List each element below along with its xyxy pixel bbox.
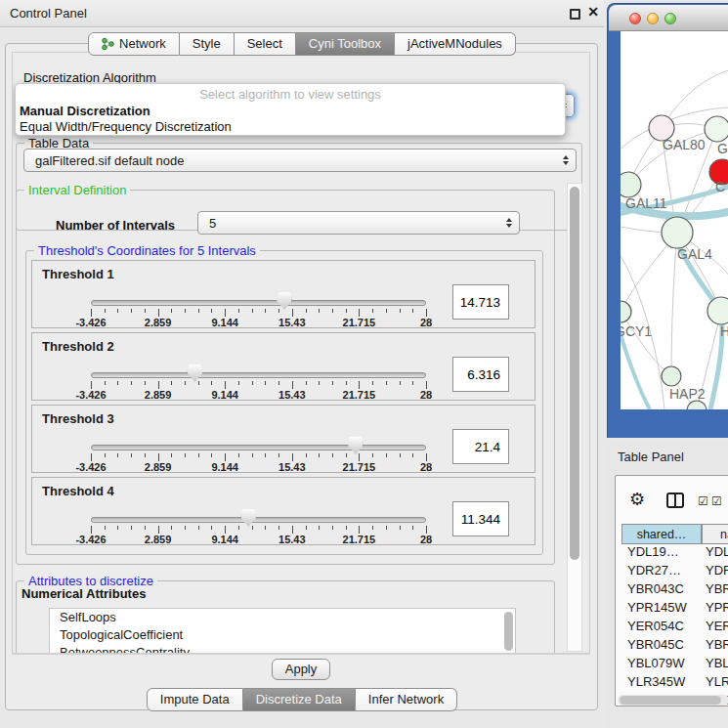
attribute-item-betweennesscentrality[interactable]: BetweennessCentrality <box>50 644 515 654</box>
tab-select[interactable]: Select <box>235 32 296 56</box>
table-cell[interactable]: YPR1 <box>702 600 728 619</box>
network-node-hap2[interactable] <box>662 366 681 386</box>
float-window-icon[interactable] <box>570 9 580 20</box>
threshold-slider-thumb[interactable] <box>348 437 363 454</box>
table-row[interactable]: YBR045CYBR0 <box>621 637 728 656</box>
tab-label: Style <box>193 33 221 55</box>
table-cell[interactable]: YBL0 <box>702 656 728 674</box>
network-canvas[interactable]: GAL80GACGAL11GAL4GCY1HHAP2 <box>621 31 728 409</box>
table-row[interactable]: YPR145WYPR1 <box>621 600 728 619</box>
bottom-tab-impute-data[interactable]: Impute Data <box>147 688 243 711</box>
tick-mark <box>91 453 92 461</box>
threshold-slider-track[interactable] <box>91 300 426 306</box>
settings-scrollbar[interactable] <box>567 183 582 652</box>
table-cell[interactable]: YBR0 <box>702 581 728 600</box>
table-row[interactable]: YBL079WYBL0 <box>621 656 728 674</box>
table-cell[interactable]: YLR345W <box>621 674 702 693</box>
gear-icon[interactable]: ⚙ <box>629 489 645 510</box>
tick-mark <box>198 526 199 530</box>
table-row[interactable]: YDR27…YDR2 <box>621 563 728 581</box>
tab-label: Cyni Toolbox <box>309 33 381 55</box>
table-row[interactable]: YLR345WYLR3 <box>621 674 728 693</box>
threshold-value-field[interactable] <box>452 357 509 392</box>
table-cell[interactable]: YPR145W <box>621 600 702 619</box>
network-node-h-node[interactable] <box>707 297 728 324</box>
dropdown-hint: Select algorithm to view settings <box>16 87 565 102</box>
tick-mark <box>171 309 172 313</box>
split-columns-icon[interactable] <box>666 492 684 508</box>
dropdown-option-equal-width-frequency[interactable]: Equal Width/Frequency Discretization <box>20 119 232 134</box>
tick-mark <box>171 381 172 385</box>
close-icon[interactable]: ✕ <box>585 4 601 23</box>
tick-mark <box>252 526 253 530</box>
settings-scrollbar-thumb[interactable] <box>570 187 579 560</box>
table-cell[interactable]: YBL079W <box>621 656 702 674</box>
attribute-item-selfloops[interactable]: SelfLoops <box>50 609 515 626</box>
table-cell[interactable]: YBR045C <box>621 637 702 656</box>
tick-label: 21.715 <box>343 317 376 328</box>
threshold-slider-track[interactable] <box>91 372 426 378</box>
tick-mark <box>238 381 239 385</box>
threshold-slider-thumb[interactable] <box>277 292 291 310</box>
table-row[interactable]: YDL19…YDL1 <box>621 544 728 563</box>
tab-network[interactable]: Network <box>88 32 180 56</box>
network-node-node-2[interactable] <box>705 116 728 142</box>
table-cell[interactable]: YDR27… <box>621 563 702 581</box>
tick-label: 28 <box>420 317 432 328</box>
checkbox-icon[interactable]: ☑ <box>698 494 708 508</box>
tick-mark <box>346 526 347 530</box>
number-of-intervals-combobox[interactable]: 5 <box>197 211 520 235</box>
dropdown-option-manual-discretization[interactable]: Manual Discretization <box>20 104 150 118</box>
column-header-name[interactable]: na <box>702 524 728 544</box>
tick-label: 2.859 <box>145 317 172 328</box>
network-node-gal4[interactable] <box>662 217 693 248</box>
table-cell[interactable]: YBR043C <box>621 581 702 600</box>
table-cell[interactable]: YDR2 <box>702 563 728 581</box>
checkbox-icon[interactable]: ☑ <box>711 494 722 508</box>
threshold-slider-thumb[interactable] <box>241 509 256 527</box>
bottom-tab-infer-network[interactable]: Infer Network <box>356 688 457 711</box>
tick-label: 9.144 <box>211 389 238 401</box>
threshold-panel-2: Threshold 2-3.4262.8599.14415.4321.71528 <box>31 332 535 401</box>
tick-mark <box>211 309 212 313</box>
algorithm-dropdown-popup: Select algorithm to view settings Manual… <box>15 83 566 136</box>
zoom-traffic-light[interactable] <box>664 13 676 24</box>
minimize-traffic-light[interactable] <box>647 13 659 24</box>
table-row[interactable]: YER054CYER0 <box>621 619 728 637</box>
bottom-tab-discretize-data[interactable]: Discretize Data <box>243 688 356 711</box>
threshold-slider-track[interactable] <box>91 445 426 450</box>
threshold-value-field[interactable] <box>452 429 509 464</box>
threshold-label: Threshold 3 <box>42 411 114 426</box>
network-node-gcy1[interactable] <box>621 301 631 322</box>
threshold-slider-thumb[interactable] <box>188 364 202 382</box>
attributes-scrollbar-thumb[interactable] <box>504 612 513 651</box>
threshold-value-field[interactable] <box>452 284 509 320</box>
table-cell[interactable]: YER054C <box>621 619 702 637</box>
network-node-label: H <box>720 323 728 339</box>
table-cell[interactable]: YDL1 <box>702 544 728 563</box>
attribute-item-topologicalcoefficient[interactable]: TopologicalCoefficient <box>50 626 515 644</box>
tick-mark <box>400 381 401 385</box>
table-horizontal-scrollbar[interactable] <box>618 695 728 706</box>
table-hscrollbar-thumb[interactable] <box>620 696 721 705</box>
tick-mark <box>306 309 307 313</box>
table-cell[interactable]: YDL19… <box>621 544 702 563</box>
tab-jactivemnodules[interactable]: jActiveMNodules <box>395 32 516 56</box>
tick-mark <box>412 309 413 313</box>
tick-mark <box>292 526 293 534</box>
table-cell[interactable]: YER0 <box>702 619 728 637</box>
apply-button[interactable]: Apply <box>272 659 330 680</box>
close-traffic-light[interactable] <box>629 13 641 24</box>
threshold-value-field[interactable] <box>452 501 509 536</box>
tick-label: 28 <box>420 389 432 401</box>
table-data-combobox[interactable]: galFiltered.sif default node <box>23 149 577 172</box>
table-cell[interactable]: YBR0 <box>702 637 728 656</box>
network-node-gal11[interactable] <box>621 172 641 197</box>
threshold-panel-1: Threshold 1-3.4262.8599.14415.4321.71528 <box>31 260 535 328</box>
tab-style[interactable]: Style <box>180 32 235 56</box>
tab-cyni-toolbox[interactable]: Cyni Toolbox <box>296 32 395 56</box>
column-header-shared[interactable]: shared… <box>621 524 702 544</box>
table-cell[interactable]: YLR3 <box>702 674 728 693</box>
threshold-slider-track[interactable] <box>91 517 426 523</box>
table-row[interactable]: YBR043CYBR0 <box>621 581 728 600</box>
